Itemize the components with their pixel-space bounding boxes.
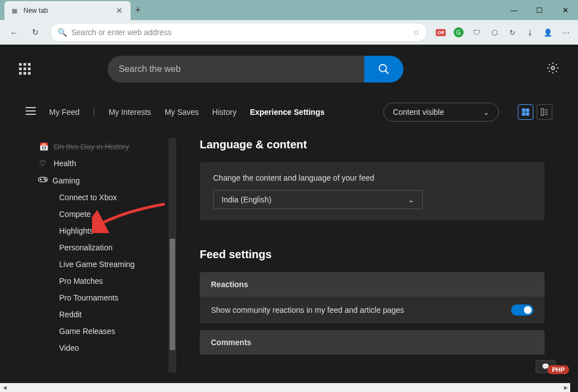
reactions-toggle[interactable]	[511, 304, 533, 316]
web-search-container: Search the web	[108, 56, 403, 83]
svg-point-2	[551, 66, 555, 70]
extension-grammarly-icon[interactable]: G	[451, 25, 466, 40]
sidebar-item-live-streaming[interactable]: Live Game Streaming	[33, 256, 166, 273]
scroll-right-button[interactable]: ▶	[561, 383, 570, 392]
extension-shield-icon[interactable]: 🛡	[469, 25, 484, 40]
sidebar-item-compete[interactable]: Compete	[33, 206, 166, 222]
svg-point-0	[379, 65, 386, 72]
nav-my-saves[interactable]: My Saves	[165, 108, 199, 117]
extensions-icon[interactable]: ⬡	[487, 25, 502, 40]
svg-rect-8	[522, 113, 525, 115]
sidebar-item-personalization[interactable]: Personalization	[33, 239, 166, 256]
browser-tab[interactable]: ▦ New tab ✕	[4, 1, 131, 20]
reactions-header: Reactions	[200, 272, 545, 297]
sidebar-item-history-day[interactable]: 📅 On this Day in History	[33, 138, 166, 155]
nav-row: My Feed | My Interests My Saves History …	[0, 83, 578, 122]
sidebar-item-video[interactable]: Video	[33, 340, 166, 356]
calendar-icon: 📅	[39, 142, 48, 151]
horizontal-scrollbar[interactable]: ◀ ▶	[0, 383, 570, 392]
sidebar-scrollbar[interactable]	[168, 138, 176, 372]
content-visible-dropdown[interactable]: Content visible ⌄	[383, 103, 499, 122]
sidebar-label: Health	[54, 159, 76, 168]
chevron-down-icon: ⌄	[483, 108, 489, 117]
nav-history[interactable]: History	[212, 108, 237, 117]
svg-rect-9	[526, 113, 529, 115]
extension-off-icon[interactable]: Off	[433, 25, 449, 40]
refresh-button[interactable]: ↻	[26, 23, 45, 42]
search-icon: 🔍	[57, 28, 67, 37]
php-watermark: PHP	[547, 364, 569, 374]
nav-separator: |	[93, 107, 95, 117]
window-minimize-button[interactable]: —	[501, 0, 527, 20]
scroll-left-button[interactable]: ◀	[0, 383, 9, 392]
sidebar-item-reddit[interactable]: Reddit	[33, 306, 166, 323]
language-description: Change the content and language of your …	[213, 173, 531, 182]
page-content: Search the web My Feed | My Interests My…	[0, 45, 578, 392]
language-content-title: Language & content	[200, 138, 545, 151]
sidebar-item-pro-matches[interactable]: Pro Matches	[33, 273, 166, 289]
reactions-text: Show community reactions in my feed and …	[211, 306, 404, 314]
sidebar-label: On this Day in History	[54, 142, 129, 151]
heart-icon: ♡	[39, 159, 48, 168]
svg-rect-7	[526, 109, 529, 112]
web-search-input[interactable]: Search the web	[108, 56, 364, 83]
toggle-knob	[524, 306, 532, 314]
new-tab-button[interactable]: +	[135, 4, 141, 16]
sidebar-item-health[interactable]: ♡ Health	[33, 155, 166, 172]
nav-my-feed[interactable]: My Feed	[49, 108, 79, 117]
history-icon[interactable]: ↻	[504, 25, 520, 40]
language-card: Change the content and language of your …	[200, 162, 545, 220]
window-close-button[interactable]: ✕	[552, 0, 578, 20]
list-view-button[interactable]	[537, 104, 552, 120]
downloads-icon[interactable]: ⭳	[522, 25, 538, 40]
gamepad-icon	[38, 176, 47, 185]
sidebar-item-game-releases[interactable]: Game Releases	[33, 323, 166, 340]
scrollbar-thumb[interactable]	[170, 239, 175, 350]
comments-header: Comments	[200, 330, 545, 355]
dropdown-label: Content visible	[393, 108, 444, 117]
svg-point-17	[44, 178, 45, 180]
search-placeholder: Search the web	[119, 64, 181, 74]
tab-title: New tab	[23, 7, 109, 14]
back-button[interactable]: ←	[4, 23, 23, 42]
settings-panel: Language & content Change the content an…	[176, 138, 578, 372]
apps-grid-icon[interactable]	[19, 63, 31, 75]
hamburger-icon[interactable]	[26, 107, 36, 117]
window-maximize-button[interactable]: ☐	[527, 0, 552, 20]
tab-close-button[interactable]: ✕	[114, 6, 125, 15]
address-placeholder: Search or enter web address	[71, 28, 408, 37]
sidebar-item-highlights[interactable]: Highlights	[33, 222, 166, 239]
menu-icon[interactable]: ⋯	[558, 25, 574, 40]
svg-point-18	[45, 180, 46, 181]
sidebar-item-gaming[interactable]: ◢ Gaming	[33, 172, 166, 189]
svg-rect-6	[522, 109, 525, 112]
settings-gear-icon[interactable]	[547, 62, 559, 76]
sidebar-item-pro-tournaments[interactable]: Pro Tournaments	[33, 289, 166, 306]
favorites-icon[interactable]: ☆	[413, 28, 420, 37]
window-titlebar: ▦ New tab ✕ + — ☐ ✕	[0, 0, 578, 20]
feed-settings-title: Feed settings	[200, 248, 545, 261]
browser-toolbar: ← ↻ 🔍 Search or enter web address ☆ Off …	[0, 20, 578, 45]
svg-line-1	[385, 71, 388, 74]
chevron-down-icon: ⌄	[408, 195, 415, 204]
language-value: India (English)	[221, 195, 272, 204]
language-select[interactable]: India (English) ⌄	[213, 190, 423, 209]
profile-icon[interactable]: 👤	[540, 25, 556, 40]
reactions-row: Show community reactions in my feed and …	[200, 297, 545, 323]
svg-rect-10	[541, 109, 543, 115]
sidebar-item-connect-xbox[interactable]: Connect to Xbox	[33, 189, 166, 206]
tab-icon: ▦	[10, 6, 19, 15]
nav-experience-settings[interactable]: Experience Settings	[250, 108, 325, 117]
web-search-button[interactable]	[364, 56, 403, 83]
address-bar[interactable]: 🔍 Search or enter web address ☆	[50, 23, 427, 42]
nav-my-interests[interactable]: My Interests	[109, 108, 151, 117]
sidebar: 📅 On this Day in History ♡ Health ◢	[0, 138, 176, 372]
sidebar-label: Gaming	[52, 176, 80, 185]
grid-view-button[interactable]	[518, 104, 533, 120]
